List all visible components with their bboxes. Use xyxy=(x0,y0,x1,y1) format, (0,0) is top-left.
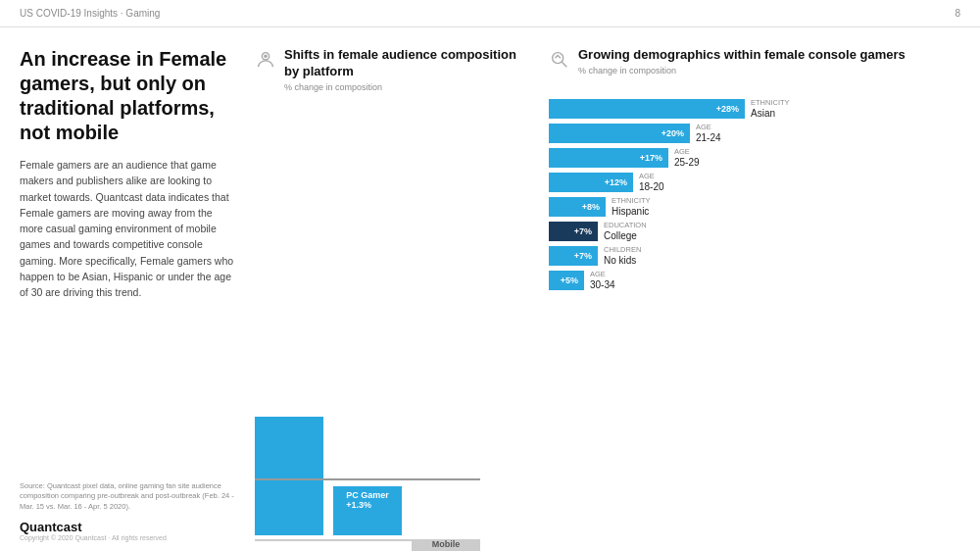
top-bar-title: US COVID-19 Insights · Gaming xyxy=(20,8,160,19)
rbar-value: +8% xyxy=(582,202,600,212)
rbar-rect: +7% xyxy=(549,222,598,241)
rbar-meta: AGE 25-29 xyxy=(674,148,733,167)
rbar-name: College xyxy=(604,230,662,241)
mid-panel: Shifts in female audience composition by… xyxy=(255,47,529,541)
rbar-rect: +17% xyxy=(549,148,668,168)
right-bar-row: +5% AGE 30-34 xyxy=(549,271,960,290)
rbar-rect-wrap: +17% xyxy=(549,148,668,168)
top-bar: US COVID-19 Insights · Gaming 8 xyxy=(0,0,980,27)
rbar-rect-wrap: +28% xyxy=(549,99,745,119)
rbar-name: 18-20 xyxy=(639,181,698,192)
rbar-rect-wrap: +7% xyxy=(549,222,598,241)
right-bars: +28% ETHNICITY Asian +20% AGE 21-24 +17%… xyxy=(549,99,960,290)
rbar-name: 25-29 xyxy=(674,157,733,168)
right-bar-row: +8% ETHNICITY Hispanic xyxy=(549,197,960,217)
rbar-value: +17% xyxy=(640,153,662,163)
rbar-meta: AGE 30-34 xyxy=(590,271,649,289)
top-bar-page: 8 xyxy=(955,8,960,19)
bar-pc-value: PC Gamer+1.3% xyxy=(346,490,389,510)
rbar-rect-wrap: +7% xyxy=(549,246,598,266)
rbar-rect-wrap: +20% xyxy=(549,124,690,143)
bar-console-rect xyxy=(255,417,323,535)
bar-console: ConsoleGamer+5.5% xyxy=(255,384,323,539)
right-panel-title: Growing demographics within female conso… xyxy=(578,47,906,64)
right-bar-row: +17% AGE 25-29 xyxy=(549,148,960,168)
bar-console-label: ConsoleGamer+5.5% xyxy=(271,384,307,414)
mid-panel-title: Shifts in female audience composition by… xyxy=(284,47,529,80)
rbar-meta: EDUCATION College xyxy=(604,222,662,240)
rbar-value: +28% xyxy=(716,104,739,114)
rbar-name: Hispanic xyxy=(612,206,670,217)
rbar-rect: +7% xyxy=(549,246,598,266)
right-bar-row: +28% ETHNICITY Asian xyxy=(549,99,960,119)
brand-name: Quantcast xyxy=(20,520,235,534)
left-heading: An increase in Female gamers, but only o… xyxy=(20,47,235,145)
bar-pc: PC Gamer+1.3% xyxy=(333,384,402,539)
rbar-rect-wrap: +8% xyxy=(549,197,606,217)
rbar-meta: ETHNICITY Asian xyxy=(751,99,809,118)
rbar-name: 21-24 xyxy=(696,132,755,143)
rbar-name: Asian xyxy=(751,108,809,119)
rbar-value: +7% xyxy=(574,226,592,236)
page: US COVID-19 Insights · Gaming 8 An incre… xyxy=(0,0,980,551)
rbar-rect-wrap: +12% xyxy=(549,173,633,192)
left-footer: Source: Quantcast pixel data, online gam… xyxy=(20,481,235,542)
left-panel: An increase in Female gamers, but only o… xyxy=(20,47,235,541)
main-content: An increase in Female gamers, but only o… xyxy=(0,27,980,551)
rbar-rect: +12% xyxy=(549,173,633,192)
right-panel-subtitle: % change in composition xyxy=(578,66,906,75)
svg-line-3 xyxy=(562,62,566,67)
rbar-name: 30-34 xyxy=(590,279,649,290)
rbar-name: No kids xyxy=(604,255,662,266)
source-text: Source: Quantcast pixel data, online gam… xyxy=(20,481,235,513)
rbar-value: +20% xyxy=(662,128,684,138)
audience-icon xyxy=(255,49,276,71)
rbar-category: EDUCATION xyxy=(604,222,662,229)
rbar-rect-wrap: +5% xyxy=(549,271,584,290)
bar-mobile-value: MobileGamer-4.2% xyxy=(432,539,461,551)
rbar-category: ETHNICITY xyxy=(612,197,670,205)
baseline xyxy=(255,478,480,480)
rbar-meta: AGE 21-24 xyxy=(696,124,755,142)
rbar-meta: CHILDREN No kids xyxy=(604,246,662,265)
right-bar-row: +12% AGE 18-20 xyxy=(549,173,960,192)
right-panel: Growing demographics within female conso… xyxy=(549,47,960,541)
brand-copyright: Copyright © 2020 Quantcast · All rights … xyxy=(20,534,235,541)
rbar-category: AGE xyxy=(590,271,649,278)
rbar-value: +12% xyxy=(605,177,627,187)
rbar-rect: +5% xyxy=(549,271,584,290)
left-body: Female gamers are an audience that game … xyxy=(20,157,235,300)
rbar-category: AGE xyxy=(674,148,733,156)
rbar-meta: ETHNICITY Hispanic xyxy=(612,197,670,216)
rbar-meta: AGE 18-20 xyxy=(639,173,698,191)
mid-bar-chart: ConsoleGamer+5.5% PC Gamer+1.3% xyxy=(255,384,480,541)
rbar-category: ETHNICITY xyxy=(751,99,809,107)
rbar-value: +5% xyxy=(561,276,578,285)
search-growth-icon xyxy=(549,49,570,71)
right-bar-row: +20% AGE 21-24 xyxy=(549,124,960,143)
rbar-rect: +20% xyxy=(549,124,690,143)
rbar-rect: +8% xyxy=(549,197,606,217)
rbar-category: AGE xyxy=(639,173,698,180)
rbar-category: CHILDREN xyxy=(604,246,662,254)
rbar-value: +7% xyxy=(574,251,592,261)
right-bar-row: +7% EDUCATION College xyxy=(549,222,960,241)
svg-point-1 xyxy=(264,55,268,59)
rbar-category: AGE xyxy=(696,124,755,131)
rbar-rect: +28% xyxy=(549,99,745,119)
bar-mobile: MobileGamer-4.2% xyxy=(412,384,480,539)
right-panel-header: Growing demographics within female conso… xyxy=(549,47,960,85)
mid-panel-header: Shifts in female audience composition by… xyxy=(255,47,529,102)
svg-point-2 xyxy=(553,53,564,64)
mid-panel-subtitle: % change in composition xyxy=(284,82,529,92)
bar-pc-rect: PC Gamer+1.3% xyxy=(333,486,402,535)
right-bar-row: +7% CHILDREN No kids xyxy=(549,246,960,266)
bar-mobile-rect: MobileGamer-4.2% xyxy=(412,539,480,551)
